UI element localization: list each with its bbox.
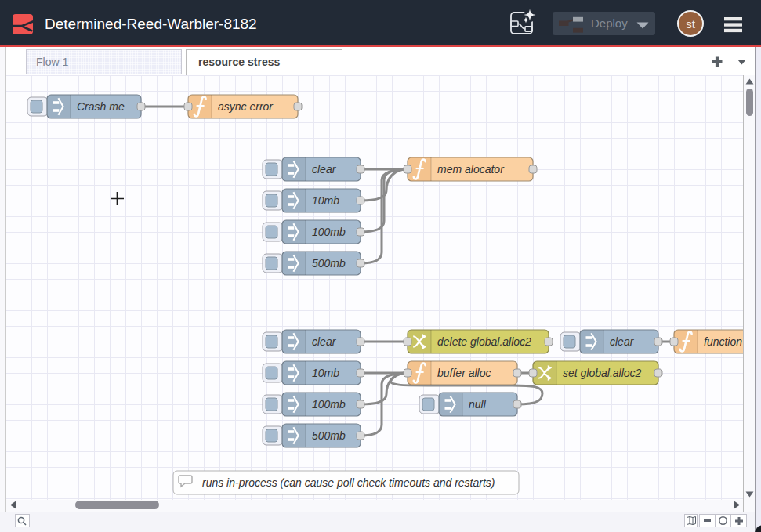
- svg-text:buffer alloc: buffer alloc: [437, 367, 491, 379]
- svg-text:runs in-process (can cause pol: runs in-process (can cause poll check ti…: [202, 476, 495, 489]
- svg-text:500mb: 500mb: [312, 257, 346, 270]
- svg-text:10mb: 10mb: [312, 194, 339, 207]
- svg-text:clear: clear: [312, 335, 337, 348]
- svg-text:set global.alloc2: set global.alloc2: [563, 367, 642, 379]
- svg-text:Crash me: Crash me: [77, 100, 125, 113]
- svg-text:100mb: 100mb: [312, 226, 346, 238]
- svg-text:null: null: [469, 398, 487, 411]
- svg-text:10mb: 10mb: [312, 367, 339, 379]
- svg-text:async error: async error: [218, 100, 274, 113]
- svg-text:function: function: [704, 335, 742, 348]
- svg-text:clear: clear: [312, 163, 337, 176]
- svg-text:500mb: 500mb: [312, 429, 346, 442]
- svg-text:mem alocator: mem alocator: [437, 163, 505, 176]
- svg-text:delete global.alloc2: delete global.alloc2: [437, 335, 531, 348]
- svg-text:100mb: 100mb: [312, 398, 346, 411]
- svg-text:clear: clear: [610, 335, 635, 348]
